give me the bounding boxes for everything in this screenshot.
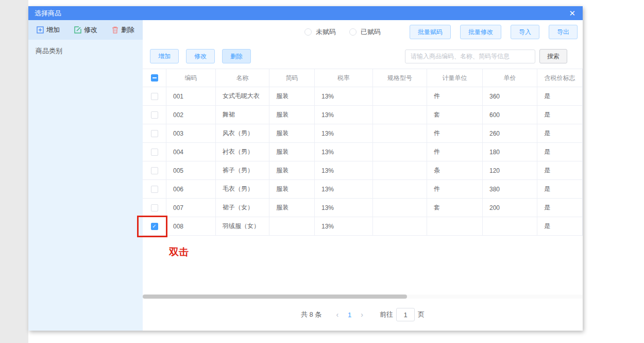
row-checkbox[interactable]	[151, 130, 158, 137]
header-cell: 计量单位	[427, 69, 483, 87]
category-sidebar: 增加修改删除 商品类别	[28, 20, 143, 331]
radio-icon[interactable]	[304, 28, 312, 36]
table-header-row: 编码名称简码税率规格型号计量单位单价含税价标志	[143, 69, 583, 87]
row-select-cell	[143, 87, 166, 105]
cell-short_code: 服装	[269, 106, 315, 124]
cell-unit: 件	[427, 180, 483, 198]
table-row[interactable]: 002舞裙服装13%套600是	[143, 106, 583, 124]
header-cell: 名称	[216, 69, 269, 87]
cell-unit: 套	[427, 199, 483, 217]
sidebar-action-label: 修改	[84, 25, 97, 35]
row-select-cell	[143, 143, 166, 161]
filter-row: 未赋码已赋码 批量赋码批量修改导入导出	[143, 20, 583, 44]
cell-code: 007	[166, 199, 216, 217]
table-row[interactable]: 006毛衣（男）服装13%件380是	[143, 180, 583, 199]
page-number[interactable]: 1	[344, 311, 355, 319]
sidebar-action-button[interactable]: 删除	[112, 25, 134, 35]
row-select-cell	[143, 180, 166, 198]
radio-icon[interactable]	[349, 28, 357, 36]
cell-tax_rate: 13%	[315, 217, 373, 235]
cell-spec	[373, 199, 427, 217]
row-checkbox[interactable]	[151, 223, 158, 230]
cell-tax_rate: 13%	[315, 143, 373, 161]
cell-tax_rate: 13%	[315, 87, 373, 105]
product-panel: 未赋码已赋码 批量赋码批量修改导入导出 增加修改删除 搜索 编码名称简码税率规格…	[143, 20, 583, 331]
cell-name: 衬衣（男）	[216, 143, 269, 161]
cell-tax_rate: 13%	[315, 106, 373, 124]
next-page-icon[interactable]: ›	[355, 311, 368, 319]
table-row[interactable]: 003风衣（男）服装13%件260是	[143, 124, 583, 143]
radio-label: 已赋码	[361, 27, 381, 37]
dialog-titlebar: 选择商品 ✕	[28, 6, 583, 20]
cell-code: 008	[166, 217, 216, 235]
cell-short_code: 服装	[269, 87, 315, 105]
header-cell: 编码	[166, 69, 216, 87]
cell-short_code: 服装	[269, 143, 315, 161]
row-select-cell	[143, 106, 166, 124]
cell-code: 005	[166, 161, 216, 179]
product-table: 编码名称简码税率规格型号计量单位单价含税价标志 001女式毛呢大衣服装13%件3…	[143, 69, 583, 236]
cell-price: 380	[483, 180, 537, 198]
pagination-bar: 共 8 条 ‹ 1 › 前往 页	[143, 299, 583, 331]
cell-short_code: 服装	[269, 161, 315, 179]
cell-tax_flag: 是	[537, 124, 583, 142]
row-checkbox[interactable]	[151, 167, 158, 174]
row-checkbox[interactable]	[151, 149, 158, 156]
cell-unit: 条	[427, 161, 483, 179]
edit-icon	[74, 26, 81, 34]
row-checkbox[interactable]	[151, 204, 158, 211]
close-icon[interactable]: ✕	[568, 9, 577, 17]
category-tree-root[interactable]: 商品类别	[28, 40, 143, 62]
cell-price: 180	[483, 143, 537, 161]
search-button[interactable]: 搜索	[539, 49, 567, 63]
total-count: 共 8 条	[301, 310, 321, 319]
prev-page-icon[interactable]: ‹	[331, 311, 344, 319]
row-checkbox[interactable]	[151, 186, 158, 193]
radio-option[interactable]: 未赋码	[304, 27, 336, 37]
table-row[interactable]: 004衬衣（男）服装13%件180是	[143, 143, 583, 161]
row-select-cell	[143, 124, 166, 142]
row-select-cell	[143, 217, 166, 235]
bulk-action-button[interactable]: 导入	[511, 25, 539, 39]
goto-page-input[interactable]	[396, 308, 415, 321]
table-action-button[interactable]: 修改	[186, 49, 215, 63]
cell-short_code: 服装	[269, 124, 315, 142]
cell-spec	[373, 124, 427, 142]
double-click-annotation: 双击	[169, 246, 189, 259]
cell-tax_flag: 是	[537, 217, 583, 235]
bulk-action-button[interactable]: 导出	[549, 25, 578, 39]
radio-option[interactable]: 已赋码	[349, 27, 381, 37]
table-row[interactable]: 001女式毛呢大衣服装13%件360是	[143, 87, 583, 106]
code-status-radios: 未赋码已赋码	[304, 27, 381, 37]
cell-tax_rate: 13%	[315, 180, 373, 198]
table-toolbar: 增加修改删除 搜索	[143, 44, 583, 69]
cell-code: 004	[166, 143, 216, 161]
cell-price: 600	[483, 106, 537, 124]
bulk-action-button[interactable]: 批量赋码	[410, 25, 451, 39]
cell-unit: 件	[427, 143, 483, 161]
cell-spec	[373, 180, 427, 198]
cell-name: 舞裙	[216, 106, 269, 124]
header-cell-select-all	[143, 69, 166, 87]
horizontal-scrollbar	[143, 295, 583, 299]
sidebar-action-button[interactable]: 增加	[37, 25, 60, 35]
bulk-action-button[interactable]: 批量修改	[460, 25, 501, 39]
bulk-buttons: 批量赋码批量修改导入导出	[400, 25, 578, 39]
table-row[interactable]: 007裙子（女）服装13%套200是	[143, 199, 583, 217]
scrollbar-thumb[interactable]	[143, 295, 407, 299]
cell-unit: 套	[427, 106, 483, 124]
cell-tax_rate: 13%	[315, 124, 373, 142]
table-action-button[interactable]: 增加	[150, 49, 179, 63]
search-input[interactable]	[405, 50, 535, 63]
select-all-checkbox[interactable]	[151, 74, 158, 81]
row-checkbox[interactable]	[151, 93, 158, 100]
cell-name: 羽绒服（女）	[216, 217, 269, 235]
row-checkbox[interactable]	[151, 111, 158, 119]
table-action-button[interactable]: 删除	[222, 49, 251, 63]
table-row[interactable]: 008羽绒服（女）13%是	[143, 217, 583, 236]
cell-price: 360	[483, 87, 537, 105]
table-row[interactable]: 005裤子（男）服装13%条120是	[143, 161, 583, 180]
sidebar-action-button[interactable]: 修改	[74, 25, 97, 35]
cell-price: 120	[483, 161, 537, 179]
cell-tax_flag: 是	[537, 106, 583, 124]
